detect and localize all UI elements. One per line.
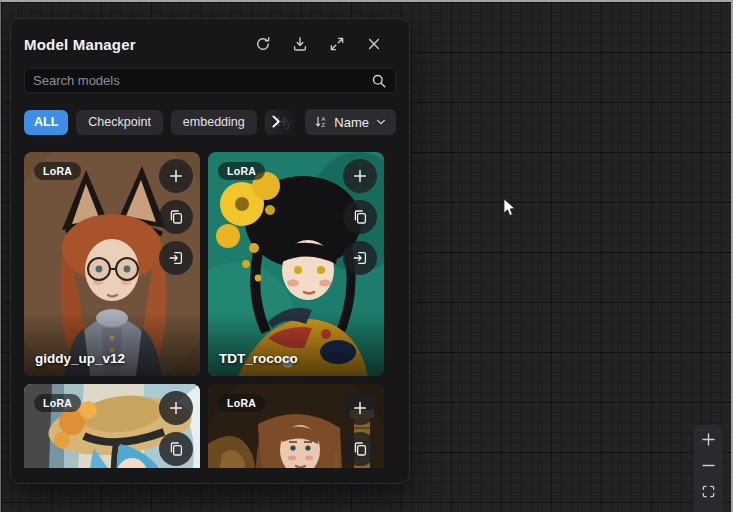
panel-header: Model Manager — [11, 19, 409, 53]
search-icon[interactable] — [371, 73, 387, 89]
model-manager-panel: Model Manager ALL Checkpoint embedding — [10, 18, 410, 484]
plus-icon — [168, 400, 184, 416]
plus-icon — [352, 168, 368, 184]
scroll-right-button[interactable] — [267, 113, 284, 130]
copy-icon — [168, 209, 184, 225]
chevron-right-icon — [267, 113, 284, 130]
model-card-3[interactable]: LoRA — [24, 384, 200, 468]
model-card-giddy-up-v12[interactable]: LoRA giddy_up_v12 — [24, 152, 200, 376]
model-type-badge: LoRA — [34, 162, 81, 180]
copy-button[interactable] — [159, 432, 193, 466]
model-card-grid: LoRA giddy_up_v12 — [24, 152, 384, 468]
model-type-badge: LoRA — [34, 394, 81, 412]
copy-icon — [352, 441, 368, 457]
expand-button[interactable] — [328, 35, 346, 53]
model-name: giddy_up_v12 — [35, 351, 125, 366]
add-to-workflow-button[interactable] — [343, 159, 377, 193]
canvas-zoom-toolbar — [694, 425, 722, 512]
download-icon — [292, 36, 308, 52]
import-icon — [352, 250, 368, 266]
plus-icon — [352, 400, 368, 416]
download-button[interactable] — [291, 35, 309, 53]
card-actions — [159, 159, 193, 275]
fit-view-icon — [701, 484, 716, 499]
copy-icon — [352, 209, 368, 225]
model-name: TDT_rococo — [219, 351, 298, 366]
plus-icon — [701, 432, 716, 447]
filter-chip-embedding[interactable]: embedding — [171, 110, 257, 135]
copy-button[interactable] — [343, 432, 377, 466]
model-type-badge: LoRA — [218, 162, 265, 180]
svg-text:Z: Z — [322, 122, 326, 128]
card-actions — [343, 391, 377, 468]
add-to-workflow-button[interactable] — [159, 159, 193, 193]
sort-alpha-icon: AZ — [314, 115, 328, 129]
model-card-tdt-rococo[interactable]: LoRA TDT_rococo — [208, 152, 384, 376]
load-model-button[interactable] — [159, 241, 193, 275]
copy-button[interactable] — [343, 200, 377, 234]
filter-chip-checkpoint[interactable]: Checkpoint — [76, 110, 163, 135]
copy-icon — [168, 441, 184, 457]
svg-text:A: A — [322, 116, 326, 122]
sort-label: Name — [334, 115, 369, 130]
zoom-out-button[interactable] — [698, 455, 718, 475]
add-to-workflow-button[interactable] — [159, 391, 193, 425]
refresh-button[interactable] — [254, 35, 272, 53]
filter-chip-all[interactable]: ALL — [24, 110, 68, 135]
card-bottom-gradient — [208, 312, 384, 376]
close-button[interactable] — [365, 35, 383, 53]
model-type-badge: LoRA — [218, 394, 265, 412]
load-model-button[interactable] — [343, 241, 377, 275]
expand-icon — [329, 36, 345, 52]
fit-view-button[interactable] — [698, 481, 718, 501]
card-actions — [343, 159, 377, 275]
plus-icon — [168, 168, 184, 184]
copy-button[interactable] — [159, 200, 193, 234]
minus-icon — [701, 458, 716, 473]
add-to-workflow-button[interactable] — [343, 391, 377, 425]
toolbar-clipped-button[interactable] — [698, 507, 718, 512]
model-card-4[interactable]: LoRA — [208, 384, 384, 468]
search-input[interactable] — [33, 73, 371, 88]
sort-dropdown[interactable]: AZ Name — [305, 109, 396, 135]
card-actions — [159, 391, 193, 468]
filter-row: ALL Checkpoint embedding Hypernetwork AZ… — [24, 109, 396, 135]
import-icon — [168, 250, 184, 266]
panel-title: Model Manager — [24, 36, 235, 53]
refresh-icon — [255, 36, 271, 52]
app-window: Model Manager ALL Checkpoint embedding — [0, 0, 733, 512]
search-bar — [24, 68, 396, 93]
close-icon — [366, 36, 382, 52]
zoom-in-button[interactable] — [698, 429, 718, 449]
chevron-down-icon — [375, 116, 387, 128]
card-bottom-gradient — [24, 312, 200, 376]
